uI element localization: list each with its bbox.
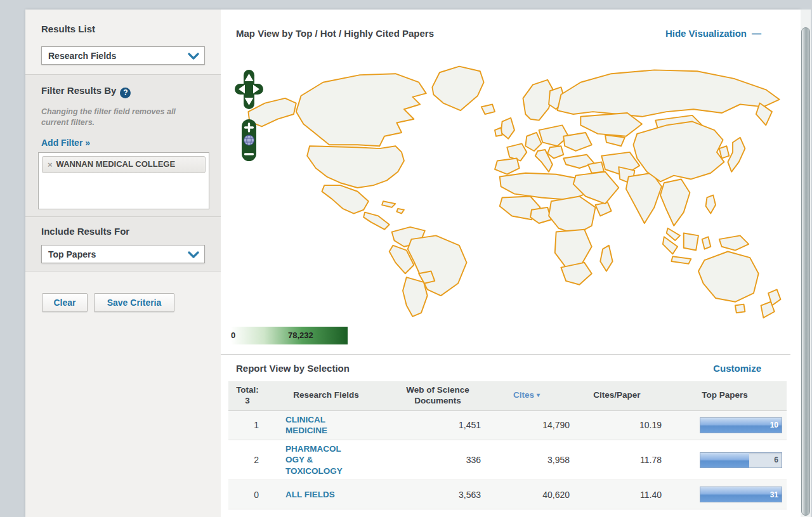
region-kamchatka[interactable]	[756, 103, 772, 126]
region-iceland[interactable]	[481, 105, 495, 114]
filter-note: Changing the filter field removes all cu…	[41, 107, 200, 128]
content-panel: Results List Research Fields Filter Resu…	[25, 10, 801, 517]
map-legend: 0 78,232	[228, 327, 348, 344]
filter-tag-listbox: × WANNAN MEDICAL COLLEGE	[38, 152, 209, 209]
region-greenland[interactable]	[432, 67, 483, 111]
legend-min: 0	[231, 330, 235, 340]
region-mexico[interactable]	[322, 185, 368, 213]
region-iraq[interactable]	[588, 162, 604, 173]
region-south-africa[interactable]	[561, 263, 591, 285]
sort-desc-icon: ▾	[537, 391, 540, 398]
region-borneo[interactable]	[684, 233, 698, 251]
table-header-row: Total: 3 Research Fields Web of Science …	[228, 381, 787, 411]
region-java[interactable]	[671, 256, 691, 264]
report-section: Report View by Selection Customize Total…	[221, 354, 790, 355]
filter-sidebar: Results List Research Fields Filter Resu…	[25, 10, 221, 517]
save-criteria-button[interactable]: Save Criteria	[94, 293, 174, 312]
help-icon[interactable]: ?	[120, 88, 131, 98]
filter-results-heading: Filter Results By	[41, 85, 116, 96]
docs-cell: 1,451	[343, 420, 482, 430]
top-papers-value: 6	[774, 453, 778, 468]
field-link[interactable]: ALL FIELDS	[285, 489, 335, 501]
region-philippines[interactable]	[706, 195, 716, 214]
docs-cell: 3,563	[343, 490, 482, 500]
region-korea[interactable]	[719, 146, 729, 158]
col-wos-documents: Web of Science Documents	[368, 381, 508, 410]
top-papers-value: 31	[770, 487, 778, 502]
region-usa[interactable]	[307, 146, 404, 188]
top-papers-bar: 10	[700, 417, 782, 433]
field-link[interactable]: PHARMACOLOGY & TOXICOLOGY	[285, 443, 343, 477]
rank-cell: 1	[228, 420, 266, 430]
region-horn-africa[interactable]	[596, 202, 612, 216]
field-link[interactable]: CLINICAL MEDICINE	[285, 414, 343, 436]
results-list-heading: Results List	[41, 23, 95, 34]
region-ireland[interactable]	[495, 128, 502, 136]
region-central-america[interactable]	[363, 213, 390, 230]
table-row: 1 CLINICAL MEDICINE 1,451 14,790 10.19 1…	[228, 411, 787, 440]
region-india[interactable]	[626, 173, 662, 223]
world-map[interactable]	[237, 55, 789, 319]
results-list-section: Results List Research Fields	[25, 10, 221, 75]
globe-icon[interactable]	[244, 135, 254, 145]
include-results-section: Include Results For Top Papers	[25, 217, 221, 272]
region-madagascar[interactable]	[600, 245, 612, 272]
filter-tag-label: WANNAN MEDICAL COLLEGE	[56, 159, 176, 169]
table-row: 0 ALL FIELDS 3,563 40,620 11.40 31	[228, 480, 787, 509]
region-tasmania[interactable]	[735, 304, 745, 313]
report-title: Report View by Selection	[236, 363, 350, 374]
results-table: Total: 3 Research Fields Web of Science …	[228, 381, 787, 509]
add-filter-link[interactable]: Add Filter »	[41, 138, 90, 148]
map-view-title: Map View by Top / Hot / Highly Cited Pap…	[236, 28, 434, 39]
region-central-africa[interactable]	[549, 197, 595, 235]
filter-tag[interactable]: × WANNAN MEDICAL COLLEGE	[42, 156, 206, 173]
cites-cell: 14,790	[482, 420, 571, 430]
scrollbar-track[interactable]	[801, 10, 811, 517]
region-argentina[interactable]	[403, 277, 428, 317]
zoom-control-icon[interactable]	[242, 119, 256, 161]
hide-visualization-link[interactable]: Hide Visualization—	[665, 28, 761, 39]
region-kazakhstan[interactable]	[580, 113, 642, 136]
top-papers-bar: 31	[700, 487, 782, 502]
region-cuba[interactable]	[382, 201, 395, 207]
remove-tag-icon[interactable]: ×	[48, 160, 53, 169]
region-uk[interactable]	[501, 118, 514, 139]
region-canada[interactable]	[296, 74, 426, 146]
region-russia[interactable]	[558, 70, 780, 116]
bar-fill	[700, 453, 749, 468]
docs-cell: 336	[343, 455, 482, 465]
region-malaysia[interactable]	[667, 228, 680, 240]
top-papers-value: 10	[770, 418, 778, 433]
region-central-asia[interactable]	[605, 135, 625, 146]
region-japan[interactable]	[728, 138, 745, 172]
table-row: 2 PHARMACOLOGY & TOXICOLOGY 336 3,958 11…	[228, 440, 787, 481]
cites-per-paper-cell: 10.19	[571, 420, 663, 430]
cites-per-paper-cell: 11.78	[571, 455, 663, 465]
region-australia[interactable]	[698, 252, 759, 302]
customize-link[interactable]: Customize	[713, 363, 761, 374]
results-list-dropdown[interactable]: Research Fields	[41, 46, 205, 65]
region-sulawesi[interactable]	[702, 237, 711, 249]
pan-control-icon[interactable]	[235, 70, 263, 109]
region-spain[interactable]	[495, 159, 520, 174]
include-results-dropdown[interactable]: Top Papers	[41, 245, 205, 263]
top-papers-bar: 6	[700, 452, 782, 468]
clear-button[interactable]: Clear	[42, 293, 88, 312]
region-china[interactable]	[633, 122, 724, 182]
include-results-heading: Include Results For	[41, 226, 129, 237]
region-ukraine[interactable]	[563, 133, 591, 151]
region-balkans[interactable]	[547, 146, 563, 158]
map-controls[interactable]	[235, 70, 264, 165]
region-hispaniola[interactable]	[396, 209, 404, 214]
region-se-asia[interactable]	[660, 179, 690, 225]
region-southern-africa[interactable]	[555, 230, 592, 268]
legend-max: 78,232	[288, 330, 313, 340]
region-nigeria[interactable]	[530, 207, 551, 223]
cites-per-paper-cell: 11.40	[571, 490, 663, 500]
cites-cell: 40,620	[482, 490, 571, 500]
scrollbar-thumb[interactable]	[801, 27, 810, 516]
region-new-guinea[interactable]	[719, 235, 749, 250]
col-top-papers: Top Papers	[663, 386, 787, 405]
region-germany[interactable]	[525, 133, 541, 151]
rank-cell: 0	[228, 490, 266, 500]
